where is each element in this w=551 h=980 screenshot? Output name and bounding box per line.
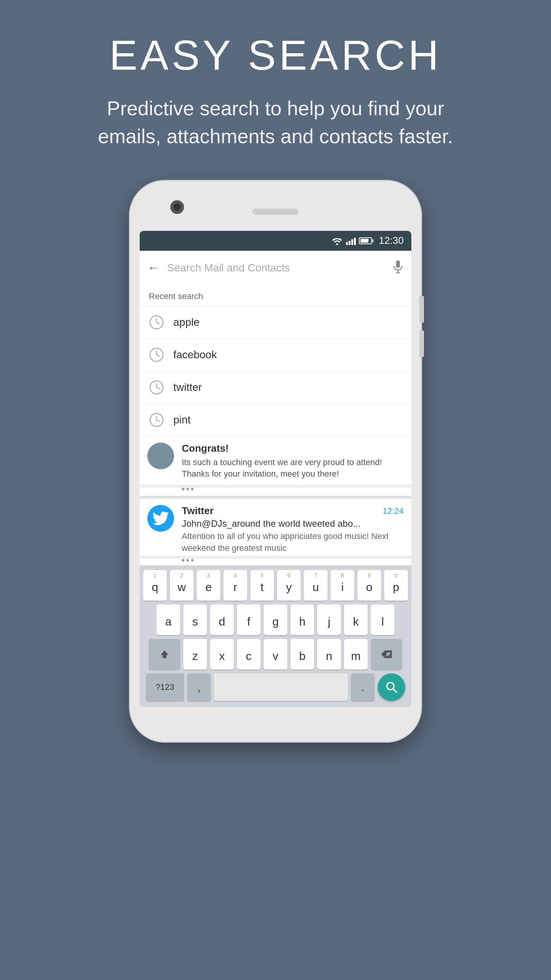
key-e[interactable]: 3 e xyxy=(197,570,220,601)
battery-icon xyxy=(359,237,372,244)
key-r[interactable]: 4 r xyxy=(223,570,247,601)
phone-sides xyxy=(419,296,424,357)
key-i[interactable]: 8 i xyxy=(331,570,354,601)
email-item-twitter[interactable]: Twitter 12:24 John@DJs_around the world … xyxy=(140,499,411,556)
key-search-button[interactable] xyxy=(378,673,405,701)
recent-search-header: Recent search xyxy=(140,285,411,306)
battery-fill xyxy=(360,239,368,243)
phone-outer: 12:30 ← Search Mail and Contacts Recent … xyxy=(130,181,421,742)
key-z[interactable]: z xyxy=(183,639,207,670)
keyboard-bottom-row: ?123 , . xyxy=(143,673,408,701)
key-b[interactable]: b xyxy=(290,639,314,670)
keyboard-row-1: 1 q 2 w 3 e 4 r xyxy=(143,570,408,601)
key-d[interactable]: d xyxy=(210,604,234,635)
recent-search-section: Recent search apple xyxy=(140,285,411,436)
key-comma[interactable]: , xyxy=(187,673,211,701)
email-preview-twitter: Attention to all of you who appriciates … xyxy=(182,531,404,554)
avatar-congrats xyxy=(147,443,174,469)
key-k[interactable]: k xyxy=(344,604,368,635)
svg-line-15 xyxy=(156,420,160,421)
key-numbers[interactable]: ?123 xyxy=(146,673,184,701)
key-q[interactable]: 1 q xyxy=(143,570,167,601)
header-area: EASY SEARCH Predictive search to help yo… xyxy=(84,0,467,173)
key-o[interactable]: 9 o xyxy=(357,570,381,601)
email-sender-twitter: Twitter xyxy=(182,505,214,517)
signal-icon xyxy=(346,237,356,245)
key-w[interactable]: 2 w xyxy=(170,570,194,601)
recent-item-text-twitter: twitter xyxy=(173,381,202,394)
speaker xyxy=(253,209,298,215)
phone-screen: 12:30 ← Search Mail and Contacts Recent … xyxy=(140,231,411,707)
clock-icon-apple xyxy=(149,315,164,330)
status-bar: 12:30 xyxy=(140,231,411,251)
svg-line-17 xyxy=(393,689,396,692)
svg-line-12 xyxy=(156,387,160,389)
recent-item-text-facebook: facebook xyxy=(173,349,217,361)
email-time-twitter: 12:24 xyxy=(383,506,404,516)
email-options-dots-congrats[interactable] xyxy=(182,488,411,490)
status-time: 12:30 xyxy=(379,235,404,247)
phone-top-hardware xyxy=(140,193,411,231)
email-separator-1 xyxy=(140,496,411,499)
mic-icon[interactable] xyxy=(392,260,404,276)
key-shift[interactable] xyxy=(149,639,180,670)
recent-item-text-pint: pint xyxy=(173,414,191,426)
avatar-twitter xyxy=(147,505,174,532)
svg-line-9 xyxy=(156,355,160,356)
congrats-subject: Congrats! xyxy=(182,443,404,454)
recent-item-text-apple: apple xyxy=(173,316,200,328)
key-space[interactable] xyxy=(214,673,348,701)
key-period[interactable]: . xyxy=(351,673,375,701)
page-subtitle: Predictive search to help you find your … xyxy=(84,95,467,150)
congrats-preview: Its such a touching event we are very pr… xyxy=(182,457,404,480)
key-t[interactable]: 5 t xyxy=(250,570,274,601)
clock-icon-twitter xyxy=(149,380,164,395)
partial-email-congrats[interactable]: Congrats! Its such a touching event we a… xyxy=(140,436,411,485)
key-x[interactable]: x xyxy=(210,639,234,670)
camera xyxy=(170,200,184,214)
svg-point-0 xyxy=(336,243,338,245)
page-title: EASY SEARCH xyxy=(84,31,467,79)
key-u[interactable]: 7 u xyxy=(304,570,328,601)
email-list: Congrats! Its such a touching event we a… xyxy=(140,436,411,565)
clock-icon-pint xyxy=(149,412,164,428)
key-j[interactable]: j xyxy=(317,604,341,635)
email-subject-twitter: John@DJs_around the world tweeted abo... xyxy=(182,518,404,529)
svg-rect-1 xyxy=(396,260,400,268)
keyboard-row-3: z x c v b n m xyxy=(143,639,408,670)
recent-item-twitter[interactable]: twitter xyxy=(140,371,411,404)
recent-item-pint[interactable]: pint xyxy=(140,404,411,436)
search-placeholder-text[interactable]: Search Mail and Contacts xyxy=(167,262,385,274)
search-icon xyxy=(385,681,398,693)
clock-icon-facebook xyxy=(149,347,164,363)
phone-bottom-hardware xyxy=(140,707,411,730)
camera-inner xyxy=(173,203,181,211)
recent-item-facebook[interactable]: facebook xyxy=(140,339,411,371)
key-l[interactable]: l xyxy=(371,604,395,635)
key-g[interactable]: g xyxy=(264,604,287,635)
search-bar[interactable]: ← Search Mail and Contacts xyxy=(140,251,411,285)
key-p[interactable]: 0 p xyxy=(384,570,408,601)
recent-item-apple[interactable]: apple xyxy=(140,306,411,339)
keyboard-row-2: a s d f g h j k l xyxy=(143,604,408,635)
svg-line-6 xyxy=(156,322,160,324)
key-y[interactable]: 6 y xyxy=(277,570,301,601)
key-s[interactable]: s xyxy=(183,604,207,635)
vol-down-button[interactable] xyxy=(419,330,424,357)
key-m[interactable]: m xyxy=(344,639,368,670)
wifi-icon xyxy=(331,237,343,245)
key-c[interactable]: c xyxy=(237,639,261,670)
key-v[interactable]: v xyxy=(264,639,287,670)
key-h[interactable]: h xyxy=(290,604,314,635)
key-a[interactable]: a xyxy=(156,604,180,635)
key-f[interactable]: f xyxy=(237,604,261,635)
key-n[interactable]: n xyxy=(317,639,341,670)
phone-container: 12:30 ← Search Mail and Contacts Recent … xyxy=(130,181,421,742)
keyboard: 1 q 2 w 3 e 4 r xyxy=(140,565,411,707)
vol-up-button[interactable] xyxy=(419,296,424,323)
status-icons: 12:30 xyxy=(331,235,404,247)
back-arrow-icon[interactable]: ← xyxy=(147,261,160,275)
key-backspace[interactable] xyxy=(371,639,402,670)
email-options-dots-twitter[interactable] xyxy=(182,559,411,562)
